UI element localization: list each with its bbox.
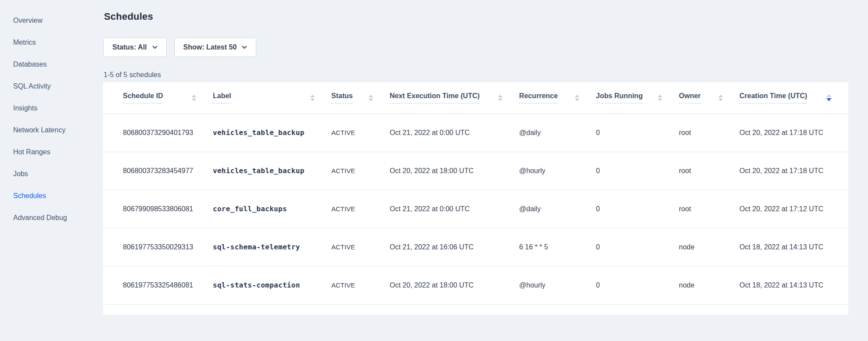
column-header-status[interactable]: Status [331, 82, 390, 114]
cell-schedule-id: 806197753350029313 [103, 228, 213, 266]
cell-schedule-id: 806197753325486081 [103, 266, 213, 304]
cell-owner: node [679, 266, 739, 304]
sort-icon [310, 95, 315, 101]
status-filter-dropdown[interactable]: Status: All [103, 38, 167, 57]
table-row: 806197753350029313 sql-schema-telemetry … [103, 228, 848, 266]
cell-schedule-id: 806800373290401793 [103, 114, 213, 152]
cell-label: core_full_backups [213, 190, 331, 228]
cell-jobs-running: 0 [596, 228, 679, 266]
cell-jobs-running: 0 [596, 114, 679, 152]
schedules-table: Schedule ID Label Status [103, 82, 848, 305]
cell-creation-time: Oct 20, 2022 at 17:18 UTC [739, 152, 848, 190]
sidebar: Overview Metrics Databases SQL Activity … [0, 0, 103, 341]
sidebar-item-schedules[interactable]: Schedules [0, 185, 103, 207]
cell-recurrence: @daily [519, 114, 596, 152]
column-label: Owner [679, 92, 701, 103]
cell-label: sql-stats-compaction [213, 266, 331, 304]
cell-recurrence: @daily [519, 190, 596, 228]
sort-icon [498, 95, 502, 101]
cell-label: vehicles_table_backup [213, 152, 331, 190]
cell-label: sql-schema-telemetry [213, 228, 331, 266]
table-row: 806800373283454977 vehicles_table_backup… [103, 152, 848, 190]
page-title: Schedules [104, 11, 153, 22]
cell-owner: root [679, 114, 739, 152]
cell-creation-time: Oct 18, 2022 at 14:13 UTC [739, 228, 848, 266]
sort-icon [575, 95, 579, 101]
cell-creation-time: Oct 20, 2022 at 17:18 UTC [739, 114, 848, 152]
chevron-down-icon [242, 46, 247, 49]
cell-next-execution: Oct 21, 2022 at 0:00 UTC [390, 114, 519, 152]
sidebar-item-network-latency[interactable]: Network Latency [0, 119, 103, 141]
column-label: Creation Time (UTC) [739, 92, 807, 103]
column-header-owner[interactable]: Owner [679, 82, 739, 114]
sort-icon [369, 95, 373, 101]
column-header-next-execution-time[interactable]: Next Execution Time (UTC) [390, 82, 519, 114]
sidebar-item-hot-ranges[interactable]: Hot Ranges [0, 141, 103, 163]
sort-icon [658, 95, 662, 101]
schedules-table-card: Schedule ID Label Status [103, 82, 848, 315]
column-label: Label [213, 92, 231, 103]
cell-owner: root [679, 152, 739, 190]
show-filter-label: Show: Latest 50 [183, 43, 237, 51]
column-header-label[interactable]: Label [213, 82, 331, 114]
column-label: Recurrence [519, 92, 558, 103]
column-label: Jobs Running [596, 92, 643, 103]
cell-status: ACTIVE [331, 190, 390, 228]
table-header-row: Schedule ID Label Status [103, 82, 848, 114]
column-label: Schedule ID [123, 92, 163, 103]
cell-recurrence: @hourly [519, 152, 596, 190]
cell-next-execution: Oct 20, 2022 at 18:00 UTC [390, 152, 519, 190]
sort-icon [192, 95, 196, 101]
cell-owner: node [679, 228, 739, 266]
cell-jobs-running: 0 [596, 152, 679, 190]
column-header-jobs-running[interactable]: Jobs Running [596, 82, 679, 114]
cell-label: vehicles_table_backup [213, 114, 331, 152]
cell-jobs-running: 0 [596, 266, 679, 304]
sort-icon [718, 95, 723, 101]
column-header-creation-time[interactable]: Creation Time (UTC) [739, 82, 848, 114]
sidebar-item-overview[interactable]: Overview [0, 10, 103, 32]
cell-creation-time: Oct 20, 2022 at 17:12 UTC [739, 190, 848, 228]
column-header-schedule-id[interactable]: Schedule ID [103, 82, 213, 114]
sidebar-item-metrics[interactable]: Metrics [0, 32, 103, 53]
results-summary: 1-5 of 5 schedules [104, 71, 161, 79]
filter-bar: Status: All Show: Latest 50 [103, 38, 256, 57]
column-label: Next Execution Time (UTC) [390, 92, 480, 103]
column-label: Status [331, 92, 353, 103]
column-header-recurrence[interactable]: Recurrence [519, 82, 596, 114]
table-row: 806799098533806081 core_full_backups ACT… [103, 190, 848, 228]
cell-next-execution: Oct 21, 2022 at 16:06 UTC [390, 228, 519, 266]
sidebar-item-jobs[interactable]: Jobs [0, 163, 103, 185]
sort-icon-active-desc [826, 94, 832, 101]
cell-status: ACTIVE [331, 114, 390, 152]
cell-schedule-id: 806800373283454977 [103, 152, 213, 190]
status-filter-label: Status: All [112, 43, 147, 51]
chevron-down-icon [152, 46, 158, 49]
cell-schedule-id: 806799098533806081 [103, 190, 213, 228]
cell-jobs-running: 0 [596, 190, 679, 228]
cell-status: ACTIVE [331, 228, 390, 266]
sidebar-item-advanced-debug[interactable]: Advanced Debug [0, 207, 103, 229]
cell-status: ACTIVE [331, 152, 390, 190]
cell-status: ACTIVE [331, 266, 390, 304]
table-row: 806800373290401793 vehicles_table_backup… [103, 114, 848, 152]
show-filter-dropdown[interactable]: Show: Latest 50 [174, 38, 257, 57]
sidebar-item-insights[interactable]: Insights [0, 97, 103, 119]
cell-creation-time: Oct 18, 2022 at 14:13 UTC [739, 266, 848, 304]
cell-next-execution: Oct 21, 2022 at 0:00 UTC [390, 190, 519, 228]
cell-owner: root [679, 190, 739, 228]
cell-recurrence: 6 16 * * 5 [519, 228, 596, 266]
cell-next-execution: Oct 20, 2022 at 18:00 UTC [390, 266, 519, 304]
sidebar-item-databases[interactable]: Databases [0, 53, 103, 75]
table-row: 806197753325486081 sql-stats-compaction … [103, 266, 848, 304]
sidebar-item-sql-activity[interactable]: SQL Activity [0, 75, 103, 97]
cell-recurrence: @hourly [519, 266, 596, 304]
